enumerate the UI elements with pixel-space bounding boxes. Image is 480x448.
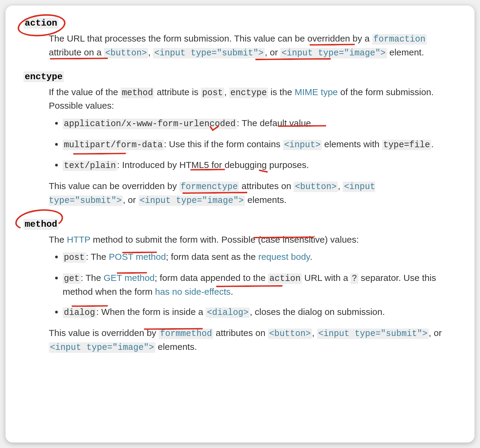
code-input-submit: <input type="submit"> [153,48,265,58]
text: : Use this if the form contains [164,139,283,149]
link-mime-type[interactable]: MIME type [295,87,338,97]
link-get-method[interactable]: GET method [104,273,155,283]
code-typefile: type=file [382,140,432,150]
text: This value is overridden by [49,328,159,338]
list-item: text/plain: Introduced by HTML5 for debu… [63,158,457,172]
text: . [310,252,312,262]
text: elements with [322,139,382,149]
text: The [49,235,67,244]
link-input-submit[interactable]: <input type="submit"> [317,328,429,338]
text: , [338,181,343,191]
text: , [224,87,229,97]
link-input-el[interactable]: <input> [283,139,322,149]
text: If the value of the [49,87,121,97]
code-formenctype: formenctype [179,182,239,192]
link-input-image[interactable]: <input type="image"> [280,47,387,57]
term-method: method [23,219,457,229]
link-http[interactable]: HTTP [67,235,90,244]
code-get: get [63,273,81,284]
list-item: dialog: When the form is inside a <dialo… [63,305,457,319]
code-urlencoded: application/x-www-form-urlencoded [63,119,237,129]
desc-action: The URL that processes the form submissi… [49,32,457,60]
term-enctype: enctype [23,72,457,82]
link-button-el[interactable]: <button> [268,328,312,338]
link-no-side-effects[interactable]: has no side-effects [155,287,231,297]
code-qmark: ? [351,273,358,284]
text: . [231,287,233,297]
code-formmethod: formmethod [159,328,213,339]
code-input-image: <input type="image"> [139,195,245,206]
link-button-el[interactable]: <button> [104,47,148,57]
link-formaction[interactable]: formaction [372,33,427,43]
term-action-code: action [23,18,58,29]
term-enctype-code: enctype [23,71,64,82]
desc-enctype: If the value of the method attribute is … [49,86,457,207]
term-action: action [23,18,457,28]
code-formaction: formaction [372,34,427,45]
link-dialog-el[interactable]: <dialog> [206,307,250,317]
text: The URL that processes the form submissi… [49,33,307,43]
desc-method: The HTTP method to submit the form with.… [49,233,457,354]
text: , or [265,47,280,57]
code-method: method [121,88,154,98]
code-action: action [268,273,302,284]
link-post-method[interactable]: POST method [109,252,166,262]
text-overridden: overridden [307,33,350,43]
text: : Introduced by HTML5 for debugging purp… [117,160,309,170]
code-input: <input> [283,140,322,150]
link-formenctype[interactable]: formenctype [179,181,239,191]
text: attributes on [213,328,268,338]
code-multipart: multipart/form-data [63,140,164,150]
list-item: post: The POST method; form data sent as… [63,250,457,264]
text: ; form data appended to the [155,273,268,283]
text: , or [429,328,442,338]
text: This value can be overridden by [49,181,179,191]
link-input-image[interactable]: <input type="image"> [49,342,155,352]
text: : The default value. [237,118,313,128]
code-post: post [201,88,224,98]
code-button: <button> [268,328,312,339]
text: attribute is [154,87,201,97]
definition-list: action The URL that processes the form s… [23,18,457,354]
text: elements. [155,342,197,352]
code-dialog: dialog [63,307,96,318]
code-enctype: enctype [229,88,268,98]
text: . [431,139,434,149]
text: elements. [245,195,286,205]
list-item: get: The GET method; form data appended … [63,271,457,298]
text: , [312,328,317,338]
term-method-code: method [23,219,58,230]
list-item: application/x-www-form-urlencoded: The d… [63,117,457,130]
code-button: <button> [104,48,148,58]
link-input-submit[interactable]: <input type="submit"> [153,47,265,57]
link-input-image[interactable]: <input type="image"> [139,195,245,205]
text: : When the form is inside a [96,307,206,317]
text: by a [350,33,372,43]
code-textplain: text/plain [63,160,117,171]
text: ; form data sent as the [166,252,258,262]
text: : The [86,252,109,262]
text: , closes the dialog on submission. [250,307,385,317]
text: is the [268,87,295,97]
document-card: action The URL that processes the form s… [5,5,475,443]
code-post: post [63,252,86,263]
text: element. [387,47,424,57]
code-dialog-el: <dialog> [206,307,250,318]
enctype-values-list: application/x-www-form-urlencoded: The d… [49,117,457,172]
text: method to submit the form with. Possible… [90,235,359,244]
text: : The [81,273,104,283]
code-input-image: <input type="image"> [280,48,387,58]
code-input-image: <input type="image"> [49,342,155,353]
code-button: <button> [294,182,338,192]
method-values-list: post: The POST method; form data sent as… [49,250,457,319]
list-item: multipart/form-data: Use this if the for… [63,138,457,151]
text: , or [123,195,139,205]
code-input-submit: <input type="submit"> [317,328,429,339]
text: attribute on a [49,47,104,57]
text: attributes on [239,181,294,191]
link-request-body[interactable]: request body [258,252,310,262]
text: , [148,47,153,57]
link-button-el[interactable]: <button> [294,181,338,191]
text: URL with a [302,273,351,283]
link-formmethod[interactable]: formmethod [159,328,213,338]
